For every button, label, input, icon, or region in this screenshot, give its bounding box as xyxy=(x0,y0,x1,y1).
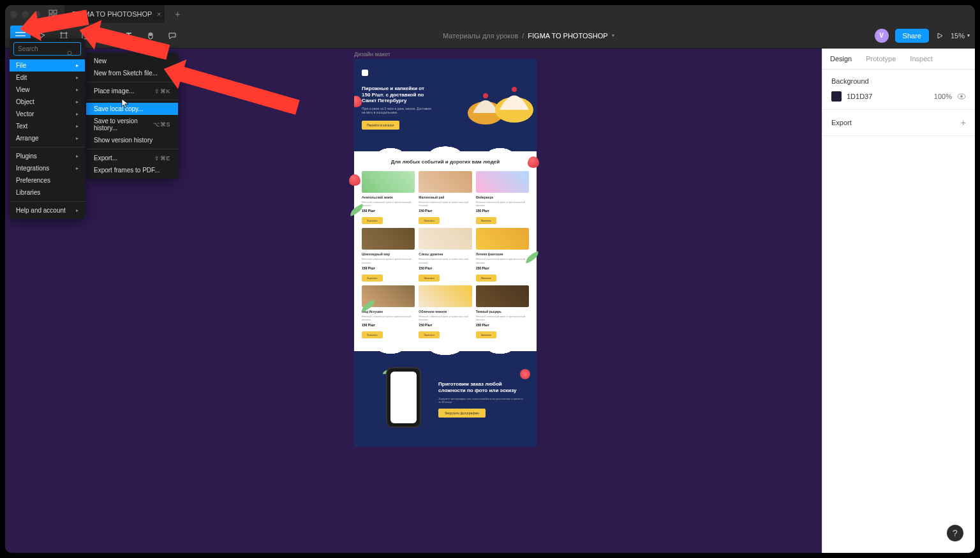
menu-show-history[interactable]: Show version history xyxy=(86,134,178,146)
product-name: Слезы дракона xyxy=(419,252,471,256)
cursor-icon xyxy=(121,98,129,109)
present-button[interactable] xyxy=(935,31,944,40)
menu-item-preferences[interactable]: Preferences▸ xyxy=(10,174,85,186)
svg-point-10 xyxy=(960,95,963,98)
breadcrumb[interactable]: Материалы для уроков / FIGMA TO PHOTOSHO… xyxy=(443,32,614,40)
svg-point-8 xyxy=(512,87,517,92)
product-image xyxy=(362,228,415,250)
svg-point-7 xyxy=(483,93,488,98)
export-label: Export xyxy=(831,119,852,126)
chevron-down-icon[interactable]: ▾ xyxy=(612,33,614,38)
section-title: Для любых событий и дорогих вам людей xyxy=(362,159,529,165)
hero-title: Пирожные и капкейки от 150 Р/шт. с доста… xyxy=(362,86,432,104)
product-desc: Нежный сливочный крем и оригинальный бис… xyxy=(476,257,529,264)
product-card: Мед ИскушенНежный сливочный крем и ориги… xyxy=(362,285,415,338)
product-image xyxy=(419,171,471,193)
strawberry-icon xyxy=(349,174,360,186)
color-hex-input[interactable]: 1D1D37 xyxy=(847,93,929,100)
menu-export[interactable]: Export...⇧⌘E xyxy=(86,152,178,164)
product-card: Летняя фантазияНежный сливочный крем и о… xyxy=(476,228,529,281)
tab-prototype[interactable]: Prototype xyxy=(866,49,901,69)
dark-section-title: Приготовим заказ любой сложности по фото… xyxy=(438,381,524,395)
order-button: Заказать xyxy=(476,275,497,282)
order-button: Заказать xyxy=(419,217,440,224)
product-card: Слезы драконаНежный сливочный крем и ори… xyxy=(419,228,471,281)
product-name: Мед Искушен xyxy=(362,310,415,313)
menu-item-vector[interactable]: Vector▸ xyxy=(10,108,85,120)
close-tab-icon[interactable]: × xyxy=(157,10,161,18)
order-button: Заказать xyxy=(419,331,440,338)
breadcrumb-parent[interactable]: Материалы для уроков xyxy=(443,32,518,40)
product-card: ФейерверкНежный сливочный крем и оригина… xyxy=(476,171,529,224)
menu-item-object[interactable]: Object▸ xyxy=(10,96,85,108)
order-button: Заказать xyxy=(362,217,383,224)
product-price: 150 Р/шт xyxy=(419,209,471,213)
hero-cta: Перейти в каталог xyxy=(362,121,399,130)
product-card: Шоколадный мирНежный сливочный крем и ор… xyxy=(362,228,415,281)
titlebar: FIGMA TO PHOTOSHOP × + xyxy=(5,5,975,23)
menu-item-integrations[interactable]: Integrations▸ xyxy=(10,162,85,174)
product-desc: Нежный сливочный крем и оригинальный бис… xyxy=(419,315,471,321)
panel-tabs: Design Prototype Inspect xyxy=(822,49,975,70)
share-button[interactable]: Share xyxy=(895,29,929,43)
chevron-down-icon: ▾ xyxy=(967,33,970,38)
visibility-toggle[interactable] xyxy=(957,92,966,101)
cupcake-image xyxy=(454,65,537,142)
menu-item-plugins[interactable]: Plugins▸ xyxy=(10,150,85,162)
product-desc: Нежный сливочный крем и оригинальный бис… xyxy=(476,315,529,321)
menu-item-help[interactable]: Help and account▸ xyxy=(10,204,85,216)
order-button: Заказать xyxy=(419,275,440,282)
product-desc: Нежный сливочный крем и оригинальный бис… xyxy=(476,200,529,207)
menu-item-text[interactable]: Text▸ xyxy=(10,120,85,132)
tab-design[interactable]: Design xyxy=(830,49,857,69)
product-name: Темный рыцарь xyxy=(476,310,529,313)
hero-subtitle: Приготовим за 3 часа в день заказа. Дост… xyxy=(362,107,432,114)
product-image xyxy=(476,171,529,193)
phone-image xyxy=(367,364,431,434)
avatar[interactable]: V xyxy=(875,29,889,43)
strawberry-icon xyxy=(520,369,530,379)
menu-item-edit[interactable]: Edit▸ xyxy=(10,72,85,84)
menu-place-image[interactable]: Place image...⇧⌘K xyxy=(86,85,178,97)
svg-rect-1 xyxy=(54,10,57,13)
menu-export-pdf[interactable]: Export frames to PDF... xyxy=(86,164,178,176)
menu-item-view[interactable]: View▸ xyxy=(10,84,85,96)
product-desc: Нежный сливочный крем и оригинальный бис… xyxy=(362,257,415,264)
new-tab-button[interactable]: + xyxy=(170,6,185,22)
opacity-input[interactable]: 100% xyxy=(934,93,952,100)
product-card: Темный рыцарьНежный сливочный крем и ори… xyxy=(476,285,529,338)
product-desc: Нежный сливочный крем и оригинальный бис… xyxy=(362,315,415,321)
product-price: 150 Р/шт xyxy=(362,209,415,213)
product-card: Малиновый райНежный сливочный крем и ори… xyxy=(419,171,471,224)
menu-save-version[interactable]: Save to version history...⌥⌘S xyxy=(86,115,178,134)
menu-item-arrange[interactable]: Arrange▸ xyxy=(10,132,85,144)
product-desc: Нежный сливочный крем и оригинальный бис… xyxy=(362,200,415,207)
comment-tool[interactable] xyxy=(162,26,182,46)
add-export-button[interactable]: + xyxy=(961,117,966,128)
design-mockup[interactable]: Пирожные и капкейки от 150 Р/шт. с доста… xyxy=(354,59,537,447)
frame-label[interactable]: Дизайн макет xyxy=(354,51,390,57)
main-menu-dropdown: File▸Edit▸View▸Object▸Vector▸Text▸Arrang… xyxy=(10,38,85,219)
menu-save-local[interactable]: Save local copy... xyxy=(86,103,178,115)
help-button[interactable]: ? xyxy=(947,525,963,541)
custom-order-section: Приготовим заказ любой сложности по фото… xyxy=(354,351,537,447)
product-price: 150 Р/шт xyxy=(419,323,471,327)
breadcrumb-current[interactable]: FIGMA TO PHOTOSHOP xyxy=(528,32,607,40)
product-name: Облачное нежное xyxy=(419,310,471,313)
close-dot[interactable] xyxy=(10,11,17,18)
product-desc: Нежный сливочный крем и оригинальный бис… xyxy=(419,257,471,264)
tab-inspect[interactable]: Inspect xyxy=(910,49,937,69)
search-icon xyxy=(67,50,73,57)
properties-panel: Design Prototype Inspect Background 1D1D… xyxy=(822,49,975,553)
order-button: Заказать xyxy=(362,331,383,338)
svg-rect-0 xyxy=(49,10,52,13)
menu-item-file[interactable]: File▸ xyxy=(10,59,85,72)
product-card: Облачное нежноеНежный сливочный крем и о… xyxy=(419,285,471,338)
menu-item-libraries[interactable]: Libraries▸ xyxy=(10,186,85,199)
product-price: 150 Р/шт xyxy=(362,266,415,270)
product-price: 150 Р/шт xyxy=(362,323,415,327)
color-swatch[interactable] xyxy=(831,91,842,102)
zoom-control[interactable]: 15% ▾ xyxy=(951,32,970,40)
product-image xyxy=(476,285,529,307)
product-desc: Нежный сливочный крем и оригинальный бис… xyxy=(419,200,471,207)
